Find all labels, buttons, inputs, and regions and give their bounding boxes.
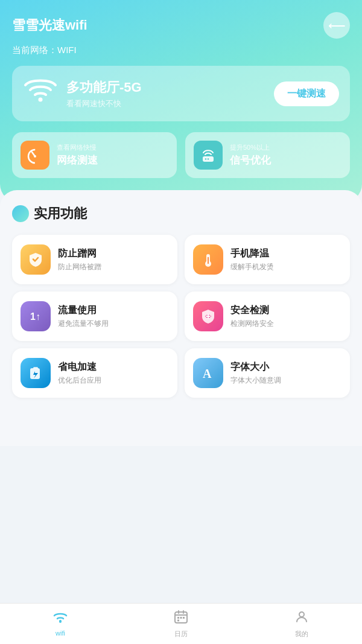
svg-text:A: A	[203, 367, 212, 380]
battery-icon	[21, 358, 51, 388]
svg-point-13	[59, 620, 62, 623]
feature-grid: 防止蹭网 防止网络被蹭 手机降温 缓解手机发烫	[12, 235, 350, 398]
grid-item-battery[interactable]: 省电加速 优化后台应用	[12, 348, 177, 398]
header: 雪雪光速wifi ⟵	[12, 0, 350, 45]
wifi-info-text: 多功能厅-5G 看看网速快不快	[66, 78, 142, 109]
grid-item-traffic[interactable]: 1↑ 流量使用 避免流量不够用	[12, 292, 177, 341]
grid-item-font[interactable]: A 字体大小 字体大小随意调	[185, 348, 350, 398]
speed-icon	[21, 141, 49, 170]
grid-item-security[interactable]: 安全检测 检测网络安全	[185, 292, 350, 341]
svg-point-4	[205, 158, 206, 159]
wifi-card-left: 多功能厅-5G 看看网速快不快	[23, 77, 142, 110]
svg-rect-11	[33, 367, 38, 369]
profile-nav-icon	[294, 610, 309, 628]
svg-rect-17	[183, 617, 185, 619]
wifi-nav-label: wifi	[56, 630, 65, 637]
app-title: 雪雪光速wifi	[12, 16, 87, 34]
security-check-text: 安全检测 检测网络安全	[230, 304, 274, 329]
battery-text: 省电加速 优化后台应用	[58, 361, 101, 386]
back-icon: ⟵	[328, 18, 346, 33]
svg-point-19	[299, 612, 304, 617]
bottom-nav: wifi 日历 我的	[0, 603, 362, 644]
svg-point-5	[208, 158, 209, 159]
svg-text:1↑: 1↑	[30, 311, 40, 322]
bottom-section: 实用功能 防止蹭网 防止网络被蹭	[0, 190, 362, 446]
wifi-large-icon	[23, 77, 58, 110]
section-title: 实用功能	[34, 205, 87, 223]
back-button[interactable]: ⟵	[323, 12, 350, 39]
speed-test-button[interactable]: 一键测速	[274, 81, 339, 106]
svg-rect-16	[180, 617, 182, 619]
profile-nav-label: 我的	[295, 630, 308, 639]
quick-feature-row: 查看网络快慢 网络测速 提升50%以上 信号优化	[12, 132, 350, 178]
speed-text: 查看网络快慢 网络测速	[57, 143, 98, 167]
network-name: 多功能厅-5G	[66, 78, 142, 97]
top-section: 雪雪光速wifi ⟵ 当前网络：WIFI 多功能厅-5G 看看网速快不快	[0, 0, 362, 202]
section-dot	[12, 205, 29, 222]
security-icon	[193, 301, 223, 331]
nav-item-profile[interactable]: 我的	[241, 604, 362, 644]
calendar-nav-icon	[174, 610, 188, 628]
font-icon: A	[193, 358, 223, 388]
nav-item-wifi[interactable]: wifi	[0, 604, 121, 644]
svg-rect-18	[177, 619, 179, 621]
feature-card-speed[interactable]: 查看网络快慢 网络测速	[12, 132, 177, 178]
current-network-label: 当前网络：WIFI	[12, 45, 350, 56]
wifi-nav-icon	[52, 611, 68, 628]
thermometer-icon	[193, 244, 223, 275]
svg-point-0	[39, 98, 43, 102]
signal-text: 提升50%以上 信号优化	[230, 143, 271, 167]
grid-item-cooling[interactable]: 手机降温 缓解手机发烫	[185, 235, 350, 284]
section-header: 实用功能	[12, 205, 350, 223]
network-sub: 看看网速快不快	[66, 98, 142, 109]
grid-row-1: 防止蹭网 防止网络被蹭 手机降温 缓解手机发烫	[12, 235, 350, 284]
grid-row-3: 省电加速 优化后台应用 A 字体大小 字体大小随意调	[12, 348, 350, 398]
shield-icon	[21, 244, 51, 275]
svg-rect-15	[177, 617, 179, 619]
nav-item-calendar[interactable]: 日历	[121, 604, 241, 644]
grid-item-security-wifi[interactable]: 防止蹭网 防止网络被蹭	[12, 235, 177, 284]
svg-point-2	[34, 155, 36, 158]
wifi-info-card: 多功能厅-5G 看看网速快不快 一键测速	[12, 66, 350, 121]
grid-row-2: 1↑ 流量使用 避免流量不够用 安全检测	[12, 292, 350, 341]
signal-icon	[194, 141, 223, 170]
font-text: 字体大小 字体大小随意调	[230, 361, 281, 386]
feature-card-signal[interactable]: 提升50%以上 信号优化	[185, 132, 350, 178]
svg-rect-8	[208, 257, 209, 264]
security-wifi-text: 防止蹭网 防止网络被蹭	[58, 247, 101, 272]
calendar-nav-label: 日历	[174, 630, 188, 639]
traffic-icon: 1↑	[21, 301, 51, 331]
cooling-text: 手机降温 缓解手机发烫	[230, 247, 274, 272]
traffic-text: 流量使用 避免流量不够用	[58, 304, 109, 329]
